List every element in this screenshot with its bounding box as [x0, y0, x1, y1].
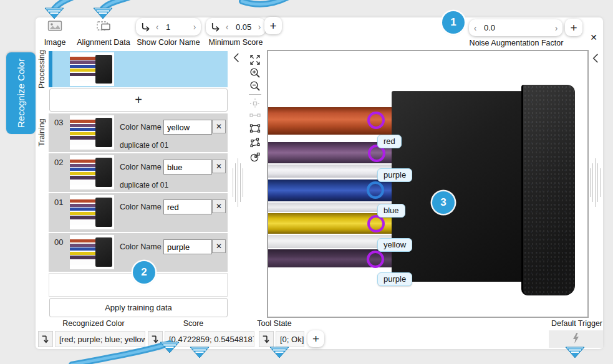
- wire-label-red: red: [377, 135, 402, 148]
- annotation-circle-blue: [367, 181, 384, 199]
- add-training-sample-button[interactable]: +: [49, 89, 228, 112]
- rect-region-button[interactable]: [248, 122, 262, 135]
- wire-red: [267, 107, 412, 135]
- duplicate-note: duplicate of 01: [120, 181, 168, 189]
- training-row-id: 02: [54, 158, 63, 167]
- training-row-02[interactable]: 02 Color Name ✕ duplicate of 01: [49, 153, 228, 192]
- show-color-name-label: Show Color Name: [128, 38, 209, 47]
- lightning-icon: [572, 333, 579, 346]
- apply-training-data-button[interactable]: Apply training data: [49, 298, 228, 317]
- branch-arrow-icon[interactable]: [207, 21, 222, 33]
- wire-label-yellow: yellow: [377, 238, 412, 252]
- fit-view-button[interactable]: [248, 54, 262, 66]
- callout-badge-2: 2: [133, 261, 155, 284]
- default-trigger-button[interactable]: [549, 330, 603, 348]
- image-button-label: Image: [44, 38, 66, 47]
- color-name-input[interactable]: [163, 160, 212, 175]
- close-button[interactable]: ✕: [587, 31, 601, 44]
- alignment-data-input-button[interactable]: Alignment Data: [74, 19, 133, 48]
- delete-sample-button[interactable]: ✕: [212, 239, 226, 253]
- zoom-out-button[interactable]: [248, 80, 262, 92]
- training-sample-thumbnail: [70, 235, 114, 269]
- output-pin-icon[interactable]: [148, 331, 163, 347]
- input-arrow-image: [45, 0, 76, 19]
- show-color-name-stepper: ‹ 1 ›: [136, 18, 201, 36]
- minimum-score-value[interactable]: 0.05: [232, 22, 254, 32]
- circle-region-button[interactable]: [248, 151, 262, 163]
- minimum-score-increment[interactable]: ›: [254, 22, 264, 31]
- noise-augmentation-label: Noise Augmentation Factor: [466, 39, 567, 47]
- add-parameter-button-2[interactable]: +: [565, 19, 582, 36]
- skew-region-button[interactable]: [248, 136, 262, 149]
- tool-state-label: Tool State: [247, 319, 302, 328]
- tool-state-output[interactable]: [0; Ok]: [276, 331, 304, 347]
- alignment-data-button-label: Alignment Data: [77, 38, 130, 47]
- connector-body: [392, 91, 524, 282]
- annotation-circle-yellow: [367, 215, 385, 232]
- recognize-color-tool-window: Recognize Color Image Alignment Data ‹ 1…: [0, 0, 613, 364]
- output-pin-icon[interactable]: [259, 331, 274, 347]
- branch-arrow-icon[interactable]: [137, 21, 152, 33]
- training-row-id: 00: [54, 237, 63, 247]
- collapse-left-panel-button[interactable]: [231, 52, 242, 64]
- point-tool-button: [248, 97, 262, 110]
- callout-badge-1: 1: [442, 11, 465, 34]
- tab-recognize-color[interactable]: Recognize Color: [6, 52, 36, 134]
- training-sample-thumbnail: [70, 155, 114, 189]
- color-name-input[interactable]: [163, 120, 212, 135]
- delete-sample-button[interactable]: ✕: [212, 120, 226, 133]
- delete-sample-button[interactable]: ✕: [212, 160, 226, 173]
- tab-label: Recognize Color: [16, 59, 26, 128]
- left-panel-splitter[interactable]: [231, 158, 244, 208]
- wire-label-purple: purple: [377, 168, 412, 182]
- connector-head: [521, 85, 575, 295]
- recognized-color-output[interactable]: [red; purple; blue; yellow: [55, 331, 145, 347]
- alignment-data-icon: [96, 20, 111, 35]
- toolbar-separator: [249, 94, 261, 95]
- annotation-circle-dark-purple: [367, 251, 384, 268]
- right-panel-splitter[interactable]: [589, 158, 601, 208]
- annotation-circle-red: [367, 112, 385, 129]
- show-color-name-decrement[interactable]: ‹: [152, 22, 162, 31]
- image-viewer[interactable]: red purple blue yellow purple 3: [267, 50, 589, 318]
- input-arrow-alignment-data: [94, 0, 292, 19]
- wire-dark-purple: [267, 249, 412, 267]
- selection-accent-bar: [49, 51, 52, 87]
- add-parameter-button[interactable]: +: [264, 17, 282, 34]
- training-sample-thumbnail: [70, 195, 114, 229]
- training-row-03[interactable]: 03 Color Name ✕ duplicate of 01: [49, 113, 228, 152]
- wire-blue: [267, 180, 412, 201]
- line-tool-button: [248, 111, 262, 120]
- processing-section-label: Processing: [36, 51, 47, 87]
- noise-augmentation-decrement[interactable]: ‹: [470, 24, 480, 32]
- noise-augmentation-stepper: ‹ 0.0 ›: [469, 19, 562, 36]
- duplicate-note: duplicate of 01: [120, 141, 168, 150]
- training-section-label: Training: [36, 113, 47, 152]
- color-name-label: Color Name: [120, 163, 162, 171]
- training-row-id: 03: [54, 118, 63, 127]
- score-output[interactable]: [0.4722859; 0.54548187;: [165, 331, 254, 347]
- noise-augmentation-value[interactable]: 0.0: [480, 23, 551, 32]
- add-output-button[interactable]: +: [307, 330, 324, 347]
- zoom-in-button[interactable]: [248, 67, 262, 79]
- score-label: Score: [163, 319, 223, 328]
- color-name-input[interactable]: [163, 239, 212, 254]
- recognized-color-label: Recognized Color: [55, 319, 132, 328]
- callout-badge-3: 3: [432, 191, 455, 214]
- show-color-name-value[interactable]: 1: [162, 22, 190, 32]
- color-name-input[interactable]: [163, 199, 212, 214]
- training-row-id: 01: [54, 198, 63, 207]
- collapse-right-panel-button[interactable]: [590, 53, 601, 64]
- processing-sample-thumbnail: [70, 52, 114, 86]
- noise-augmentation-increment[interactable]: ›: [551, 24, 561, 32]
- color-name-label: Color Name: [120, 123, 162, 132]
- minimum-score-decrement[interactable]: ‹: [222, 22, 232, 31]
- delete-sample-button[interactable]: ✕: [212, 199, 226, 213]
- image-input-button[interactable]: Image: [37, 19, 72, 48]
- training-sample-thumbnail: [70, 115, 114, 150]
- minimum-score-label: Minimum Score: [206, 38, 266, 47]
- output-pin-icon[interactable]: [38, 331, 53, 347]
- processing-sample-row[interactable]: [49, 51, 228, 87]
- training-row-01[interactable]: 01 Color Name ✕: [49, 193, 228, 232]
- show-color-name-increment[interactable]: ›: [190, 22, 200, 31]
